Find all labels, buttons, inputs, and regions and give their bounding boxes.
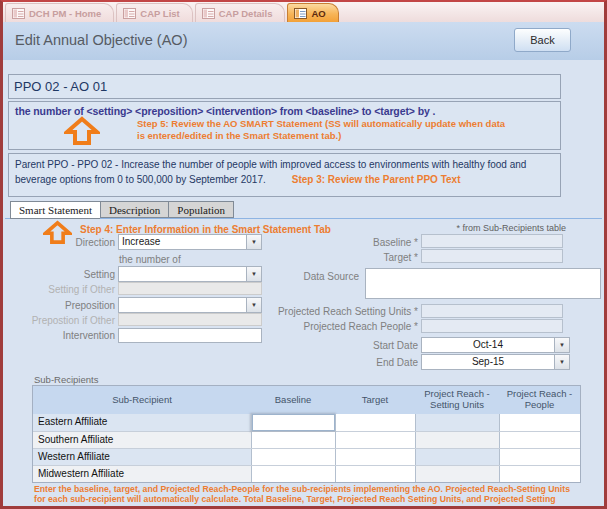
people-cell[interactable]: [499, 414, 580, 431]
target-cell[interactable]: [335, 414, 415, 431]
baseline-cell[interactable]: [251, 432, 335, 448]
target-cell[interactable]: [335, 432, 415, 448]
projected-reach-setting-units-label: Projected Reach Setting Units *: [233, 306, 418, 317]
col-baseline: Baseline: [251, 395, 335, 406]
data-source-field[interactable]: [365, 268, 601, 299]
start-date-value: Oct-14: [422, 338, 554, 352]
section-tab-bar: Smart Statement Description Population: [10, 201, 234, 219]
subrecipient-name: Midwestern Affiliate: [33, 466, 251, 482]
people-cell[interactable]: [499, 466, 580, 482]
people-cell[interactable]: [499, 432, 580, 448]
setting-if-other-label: Setting if Other: [13, 284, 115, 295]
target-cell[interactable]: [335, 449, 415, 465]
subrecipients-section-label: Sub-Recipients: [34, 374, 98, 385]
baseline-cell[interactable]: [251, 466, 335, 482]
back-button[interactable]: Back: [514, 28, 571, 52]
col-project-reach-setting-units: Project Reach - Setting Units: [415, 389, 499, 411]
baseline-cell[interactable]: [251, 414, 335, 431]
doc-tab-cap-list[interactable]: CAP List: [116, 3, 192, 22]
target-label: Target *: [233, 252, 418, 263]
projected-reach-setting-units-field: [421, 304, 563, 318]
subrecipients-table: Sub-Recipient Baseline Target Project Re…: [32, 385, 581, 483]
end-date-dropdown[interactable]: Sep-15 ▼: [421, 354, 570, 370]
col-sub-recipient: Sub-Recipient: [33, 395, 251, 406]
col-project-reach-people: Project Reach - People: [499, 389, 580, 411]
doc-tab-label: AO: [311, 8, 325, 19]
access-window: DCH PM - Home CAP List CAP Details AO Ed…: [0, 0, 607, 509]
subrecipient-name: Western Affiliate: [33, 449, 251, 465]
ao-identifier-field[interactable]: PPO 02 - AO 01: [8, 74, 561, 99]
projected-reach-people-label: Projected Reach People *: [233, 321, 418, 332]
start-date-label: Start Date: [233, 340, 418, 351]
chevron-down-icon[interactable]: ▼: [554, 355, 569, 369]
target-field: [421, 249, 563, 263]
step3-instruction: Step 3: Review the Parent PPO Text: [292, 174, 461, 185]
document-tab-bar: DCH PM - Home CAP List CAP Details AO: [3, 2, 604, 22]
end-date-label: End Date: [233, 357, 418, 368]
doc-tab-ao[interactable]: AO: [287, 3, 338, 22]
the-number-of-text: the number of: [119, 254, 181, 265]
table-row: Eastern Affiliate: [33, 414, 580, 431]
intervention-label: Intervention: [13, 330, 115, 341]
preposition-value: [119, 298, 246, 312]
setting-label: Setting: [13, 269, 115, 280]
data-source-label: Data Source: [247, 271, 359, 282]
doc-tab-cap-details[interactable]: CAP Details: [195, 3, 286, 22]
table-row: Midwestern Affiliate: [33, 465, 580, 482]
table-row: Western Affiliate: [33, 448, 580, 465]
setting-if-other-field: [118, 282, 262, 295]
form-icon: [123, 8, 136, 19]
table-row: Southern Affiliate: [33, 431, 580, 448]
baseline-field: [421, 234, 563, 248]
tab-description[interactable]: Description: [100, 201, 168, 218]
setting-dropdown[interactable]: ▼: [118, 266, 262, 282]
parent-ppo-box: Parent PPO - PPO 02 - Increase the numbe…: [8, 153, 561, 197]
doc-tab-label: CAP List: [140, 8, 179, 19]
step5-instruction: Step 5: Review the AO SMART Statement (S…: [137, 118, 515, 143]
baseline-label: Baseline *: [233, 237, 418, 248]
page-title: Edit Annual Objective (AO): [15, 32, 187, 48]
subrecipient-name: Southern Affiliate: [33, 432, 251, 448]
subrecipients-footnote: Enter the baseline, target, and Projecte…: [34, 484, 580, 509]
end-date-value: Sep-15: [422, 355, 554, 369]
tab-smart-statement[interactable]: Smart Statement: [10, 201, 100, 219]
target-cell[interactable]: [335, 466, 415, 482]
chevron-down-icon[interactable]: ▼: [554, 338, 569, 352]
setting-units-cell: [415, 466, 499, 482]
subrecipients-table-note: * from Sub-Recipients table: [431, 223, 566, 233]
setting-units-cell: [415, 432, 499, 448]
doc-tab-label: CAP Details: [219, 8, 273, 19]
doc-tab-label: DCH PM - Home: [29, 8, 101, 19]
people-cell[interactable]: [499, 449, 580, 465]
direction-value: Increase: [119, 235, 246, 249]
preposition-label: Preposition: [13, 300, 115, 311]
projected-reach-people-field: [421, 319, 563, 333]
baseline-cell[interactable]: [251, 449, 335, 465]
up-arrow-icon: [64, 116, 100, 146]
doc-tab-dch-pm-home[interactable]: DCH PM - Home: [5, 3, 114, 22]
form-icon: [202, 8, 215, 19]
smart-statement-box: the number of <setting> <preposition> <i…: [8, 101, 561, 150]
col-target: Target: [335, 395, 415, 406]
tab-population[interactable]: Population: [168, 201, 234, 218]
setting-units-cell: [415, 449, 499, 465]
start-date-dropdown[interactable]: Oct-14 ▼: [421, 337, 570, 353]
preposition-if-other-label: Prepostion if Other: [13, 315, 115, 326]
setting-units-cell: [415, 414, 499, 431]
form-header: Edit Annual Objective (AO) Back: [3, 22, 604, 60]
table-header-row: Sub-Recipient Baseline Target Project Re…: [33, 386, 580, 414]
setting-value: [119, 267, 246, 281]
direction-label: Direction: [13, 237, 115, 248]
subrecipient-name: Eastern Affiliate: [33, 414, 251, 431]
form-icon: [294, 8, 307, 19]
form-icon: [12, 8, 25, 19]
